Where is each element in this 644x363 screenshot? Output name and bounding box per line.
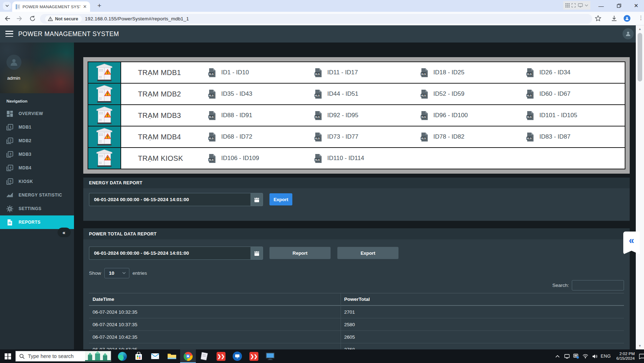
language-indicator[interactable]: ENG (600, 354, 612, 359)
monitor-icon[interactable] (578, 3, 583, 8)
sidebar-item-settings[interactable]: SETTINGS (0, 202, 74, 215)
back-icon[interactable] (4, 15, 10, 22)
sidebar-item-label: MDB1 (19, 125, 31, 130)
action-center-icon[interactable] (635, 354, 644, 359)
power-export-button[interactable]: Export (337, 247, 398, 259)
tab-close-icon[interactable]: ✕ (83, 4, 87, 9)
sidebar-item-overview[interactable]: OVERVIEW (0, 107, 74, 120)
search-input[interactable] (572, 280, 624, 290)
sidebar-item-reports[interactable]: REPORTS (0, 215, 74, 229)
taskbar-remote-viewer-icon[interactable] (229, 349, 245, 363)
reload-icon[interactable] (29, 15, 36, 22)
xls-file-icon: XLS (420, 132, 429, 142)
xls-export-link[interactable]: XLSID1 - ID10 (200, 62, 307, 83)
xls-file-icon: XLS (314, 89, 323, 99)
xls-export-link[interactable]: XLSID83 - ID87 (519, 126, 625, 147)
xls-export-link[interactable]: XLSID73 - ID77 (307, 126, 413, 147)
new-tab-button[interactable]: + (95, 1, 104, 10)
page-size-select[interactable]: 10 (104, 268, 129, 278)
taskbar-red-app-2-icon[interactable]: ❯❯ (246, 349, 262, 363)
browser-toolbar: Not secure 192.168.0.155/PowerSystem#/re… (0, 12, 644, 25)
xls-export-link[interactable]: XLSID88 - ID91 (200, 105, 307, 126)
chevron-down-icon[interactable] (585, 4, 588, 7)
xls-export-link[interactable]: XLSID110 - ID114 (307, 148, 413, 169)
sidebar-item-mdb2[interactable]: 2 MDB2 (0, 134, 74, 148)
tray-display-icon[interactable] (563, 354, 571, 359)
scrollbar-thumb[interactable] (638, 33, 642, 81)
forward-icon[interactable] (16, 15, 23, 22)
xls-export-link[interactable]: XLSID18 - ID25 (413, 62, 519, 83)
sidebar-item-energy-statistic[interactable]: ENERGY STATISTIC (0, 188, 74, 202)
xls-export-link[interactable]: XLSID106 - ID109 (200, 148, 307, 169)
scroll-up-icon[interactable]: ▲ (636, 26, 644, 32)
xls-export-link[interactable]: XLSID11 - ID17 (307, 62, 413, 83)
report-button[interactable]: Report (269, 247, 331, 259)
sidebar-collapse-button[interactable]: « (58, 228, 71, 237)
taskbar-search[interactable]: Type here to search (15, 351, 111, 362)
station-cabinet-icon (88, 84, 121, 104)
taskbar-store-icon[interactable] (131, 349, 147, 363)
page-scrollbar[interactable]: ▲ ▼ (636, 25, 644, 349)
taskbar-clock[interactable]: 2:02 PM 6/15/2024 (613, 352, 635, 361)
not-secure-chip[interactable]: Not secure (45, 15, 82, 23)
svg-text:3: 3 (10, 152, 11, 156)
power-date-range-input[interactable] (89, 247, 251, 260)
search-icon (19, 354, 25, 359)
xls-export-link[interactable]: XLSID96 - ID100 (413, 105, 519, 126)
volume-icon[interactable] (590, 354, 599, 359)
browser-tab[interactable]: POWER MANAGEMENT SYSTEM ✕ (12, 1, 90, 12)
hamburger-menu-icon[interactable] (5, 31, 13, 37)
sidebar-item-label: OVERVIEW (19, 111, 43, 116)
wifi-icon[interactable] (581, 354, 590, 358)
start-button[interactable] (0, 349, 15, 363)
taskbar-file-explorer-icon[interactable] (164, 349, 179, 363)
xls-export-link[interactable]: XLSID35 - ID43 (200, 84, 307, 104)
col-header-powertotal[interactable]: PowerTotal (341, 297, 624, 302)
xls-export-link[interactable]: XLSID60 - ID67 (519, 84, 625, 104)
energy-date-range-input[interactable] (89, 193, 251, 206)
scroll-down-icon[interactable]: ▼ (636, 343, 644, 349)
window-close-button[interactable]: ✕ (629, 0, 643, 11)
energy-export-button[interactable]: Export (269, 193, 292, 205)
calendar-button[interactable] (251, 193, 263, 206)
tray-expand-icon[interactable] (553, 355, 562, 358)
xls-export-link[interactable]: XLSID78 - ID82 (413, 126, 519, 147)
energy-report-title: ENERGY DATA REPORT (83, 178, 630, 188)
tray-network-status-icon[interactable] (572, 354, 580, 359)
xls-export-link[interactable]: XLSID44 - ID51 (307, 84, 413, 104)
taskbar-red-app-icon[interactable]: ❯❯ (213, 349, 229, 363)
grid-icon[interactable] (565, 3, 570, 8)
id-range-label: ID52 - ID59 (434, 90, 465, 98)
window-minimize-button[interactable]: — (594, 0, 608, 11)
fullscreen-icon[interactable] (571, 3, 576, 8)
col-header-datetime[interactable]: DateTime (89, 297, 341, 302)
bookmark-star-icon[interactable] (595, 15, 601, 22)
xls-export-link[interactable]: XLSID92 - ID95 (307, 105, 413, 126)
xls-export-link[interactable]: XLSID26 - ID34 (519, 62, 625, 83)
calendar-button[interactable] (251, 247, 263, 260)
sidebar-item-mdb3[interactable]: 3 MDB3 (0, 148, 74, 161)
browser-profile-avatar[interactable] (624, 15, 630, 22)
xls-file-icon: XLS (208, 132, 217, 142)
xls-export-link[interactable]: XLSID52 - ID59 (413, 84, 519, 104)
taskbar-edge-icon[interactable] (114, 349, 130, 363)
taskbar-notes-app-icon[interactable] (197, 349, 212, 363)
browser-menu-icon[interactable]: ⋮ (638, 15, 644, 21)
sidebar-item-mdb1[interactable]: 1 MDB1 (0, 120, 74, 134)
taskbar-mail-icon[interactable] (147, 349, 163, 363)
address-bar[interactable]: Not secure 192.168.0.155/PowerSystem#/re… (40, 14, 592, 24)
window-restore-button[interactable] (612, 0, 626, 11)
xls-export-link[interactable]: XLSID68 - ID72 (200, 126, 307, 147)
taskbar-chrome-icon[interactable] (180, 349, 196, 363)
monitor-blue-icon (266, 352, 275, 360)
xls-export-link[interactable]: XLSID101 - ID105 (519, 105, 625, 126)
tab-search-button[interactable] (3, 2, 11, 10)
search-highlight-image[interactable] (85, 351, 111, 362)
taskbar-remote-desktop-icon[interactable] (262, 349, 278, 363)
screen: { "browser": { "tab_title": "POWER MANAG… (0, 0, 644, 363)
sidebar-item-mdb4[interactable]: 4 MDB4 (0, 161, 74, 175)
header-user-avatar[interactable] (623, 28, 634, 39)
user-avatar[interactable] (6, 55, 21, 70)
sidebar-item-kiosk[interactable]: 5 KIOSK (0, 175, 74, 188)
downloads-icon[interactable] (611, 15, 618, 22)
